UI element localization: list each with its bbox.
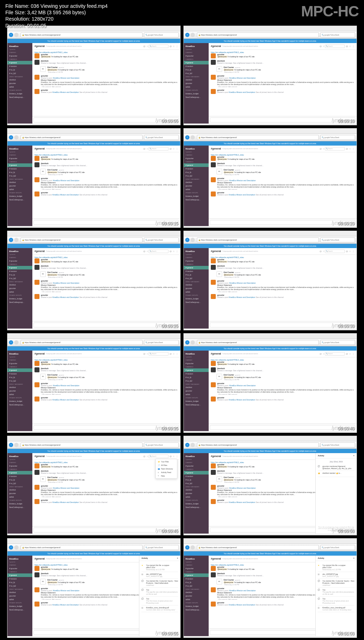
back-button[interactable]: ‹ xyxy=(9,238,13,242)
activity-item-text[interactable]: KinetEco_story_branding.pdfCurrent slide… xyxy=(146,607,178,611)
sidebar-channel-item[interactable]: # random xyxy=(184,64,209,68)
sidebar-dm-item[interactable]: adiluk xyxy=(184,188,209,191)
back-button[interactable]: ‹ xyxy=(9,135,13,140)
sidebar-channel-item[interactable]: # random xyxy=(184,167,209,171)
mentions-icon[interactable]: @ xyxy=(143,455,145,457)
post-link[interactable]: KinetEco Mission and Description xyxy=(229,487,256,489)
forward-button[interactable] xyxy=(191,135,195,140)
sidebar-private-item[interactable]: kineteco_budget xyxy=(7,502,32,505)
sidebar-private-item[interactable]: NewCraftergroup... xyxy=(7,300,32,304)
sidebar-channel-item[interactable]: # general xyxy=(184,266,209,269)
channel-title[interactable]: #general xyxy=(34,455,45,458)
sidebar-dm-item[interactable]: adiluk xyxy=(7,188,32,191)
sidebar-channel-item[interactable]: # general xyxy=(7,573,32,577)
search-input[interactable]: 🔍 Search xyxy=(325,147,345,151)
search-input[interactable]: 🔍 Search xyxy=(149,147,168,151)
team-name[interactable]: KinetEco xyxy=(7,147,32,151)
more-icon[interactable]: ⋮ xyxy=(176,353,178,355)
url-bar[interactable]: 🔒 https://kineteco.slack.com/messages/ge… xyxy=(21,135,143,140)
announcement-bar[interactable]: You should consider trying out the brand… xyxy=(184,244,357,248)
close-icon[interactable]: × xyxy=(353,557,354,559)
search-input[interactable]: 🔍 Search xyxy=(149,44,168,48)
forward-button[interactable] xyxy=(191,238,195,242)
star-outline-icon[interactable]: ☆ xyxy=(349,353,351,355)
sidebar-private-item[interactable]: NewCraftergroup... xyxy=(184,95,209,99)
post-link[interactable]: KinetEco Mission and Description xyxy=(229,282,256,284)
team-name[interactable]: KinetEco xyxy=(7,455,32,458)
dropdown-item[interactable]: ≡Activity Feed xyxy=(156,471,177,474)
post-link[interactable]: KinetEco Mission and Description xyxy=(53,179,79,182)
mentions-icon[interactable]: @ xyxy=(143,353,145,355)
activity-item-text[interactable]: dsc_100529727.jpgform_3c6022737.jpg xyxy=(322,573,354,577)
sidebar-starred-item[interactable]: # gcourter xyxy=(7,464,32,468)
sidebar-channel-item[interactable]: # sc_fp2 xyxy=(184,72,209,75)
sidebar-channel-item[interactable]: # random xyxy=(7,372,32,376)
sidebar-dm-item[interactable]: gcourter xyxy=(184,82,209,85)
at-icon[interactable]: @ xyxy=(346,45,348,47)
file-comment-meta[interactable]: 1 file comment • Add comment xyxy=(42,496,61,498)
announcement-bar[interactable]: You should consider trying out the brand… xyxy=(7,449,180,453)
url-bar[interactable]: 🔒 https://kineteco.slack.com/messages/ge… xyxy=(21,442,143,447)
sidebar-dm-item[interactable]: gcourter xyxy=(184,492,209,495)
url-bar[interactable]: 🔒 https://kineteco.slack.com/messages/ge… xyxy=(21,32,143,37)
back-button[interactable]: ‹ xyxy=(185,135,189,140)
sidebar-dm-item[interactable]: gcourter xyxy=(7,287,32,290)
team-name[interactable]: KinetEco xyxy=(184,455,209,458)
browser-search[interactable]: 🔍 google/YahooSeek xyxy=(320,135,355,140)
channel-title[interactable]: #general xyxy=(211,557,221,560)
sidebar-channel-item[interactable]: # general xyxy=(7,266,32,269)
sidebar-starred-item[interactable]: # gcourter xyxy=(7,362,32,365)
sidebar-channel-item[interactable]: # sc_fp2 xyxy=(184,584,209,588)
file-comment-meta[interactable]: 1 file comment • Add comment xyxy=(42,188,61,190)
mentions-icon[interactable]: @ xyxy=(320,45,322,47)
team-name[interactable]: KinetEco xyxy=(184,44,209,48)
file-comment-meta[interactable]: 1 file comment • Add comment xyxy=(42,86,61,88)
browser-search[interactable]: 🔍 google/YahooSeek xyxy=(144,32,179,37)
sidebar-private-item[interactable]: NewCraftergroup... xyxy=(184,403,209,406)
sidebar-channel-item[interactable]: # random xyxy=(7,167,32,171)
at-icon[interactable]: @ xyxy=(170,353,172,355)
sidebar-channel-item[interactable]: # general xyxy=(184,573,209,577)
sidebar-channel-item[interactable]: # random xyxy=(184,474,209,478)
star-outline-icon[interactable]: ☆ xyxy=(173,250,175,252)
sidebar-channel-item[interactable]: # general xyxy=(7,471,32,474)
sidebar-private-item[interactable]: NewCraftergroup... xyxy=(7,403,32,406)
post-link[interactable]: KinetEco Mission and Description xyxy=(53,384,79,387)
mentions-icon[interactable]: @ xyxy=(143,148,145,150)
sidebar-dm-item[interactable]: adiluk xyxy=(7,598,32,601)
sidebar-starred-item[interactable]: # gcourter xyxy=(184,54,209,58)
team-name[interactable]: KinetEco xyxy=(7,557,32,561)
post-link[interactable]: KinetEco Mission and Description xyxy=(53,589,79,592)
sidebar-channel-item[interactable]: # sc_fp xyxy=(184,478,209,482)
sidebar-channel-item[interactable]: # random xyxy=(7,577,32,581)
more-icon[interactable]: ⋮ xyxy=(352,45,354,47)
sidebar-channel-item[interactable]: # sc_fp xyxy=(7,273,32,277)
forward-button[interactable] xyxy=(14,33,18,37)
file-comment-meta[interactable]: 1 file comment • Add comment xyxy=(218,291,237,293)
sidebar-channel-item[interactable]: # sc_fp xyxy=(184,273,209,277)
sidebar-channel-item[interactable]: # general xyxy=(184,471,209,474)
back-button[interactable]: ‹ xyxy=(9,545,13,550)
sidebar-starred-item[interactable]: # gcourter xyxy=(7,567,32,570)
sidebar-channel-item[interactable]: # random xyxy=(184,372,209,376)
sidebar-channel-item[interactable]: # sc_fp2 xyxy=(7,72,32,75)
activity-item-text[interactable]: YouThis jpg file was wild blind presenta… xyxy=(322,589,354,595)
sidebar-private-item[interactable]: kineteco_budget xyxy=(7,194,32,198)
team-name[interactable]: KinetEco xyxy=(7,352,32,356)
sidebar-dm-item[interactable]: gcourter xyxy=(184,287,209,290)
sidebar-channel-item[interactable]: # sc_fp2 xyxy=(184,379,209,383)
back-button[interactable]: ‹ xyxy=(9,340,13,345)
sidebar-private-item[interactable]: NewCraftergroup... xyxy=(184,608,209,612)
sidebar-dm-item[interactable]: slackbot xyxy=(184,180,209,184)
sidebar-private-item[interactable]: kineteco_budget xyxy=(184,92,209,95)
activity-item-text[interactable]: You starred this file: a-copper-pillar.5… xyxy=(146,564,178,571)
sidebar-channel-item[interactable]: # general xyxy=(184,61,209,64)
forward-button[interactable] xyxy=(191,33,195,37)
browser-search[interactable]: 🔍 google/YahooSeek xyxy=(320,237,355,242)
sidebar-starred-item[interactable]: # gcourter xyxy=(184,464,209,468)
sidebar-dm-item[interactable]: gcourter xyxy=(7,389,32,393)
channel-title[interactable]: #general xyxy=(34,147,45,150)
announcement-bar[interactable]: You should consider trying out the brand… xyxy=(7,346,180,351)
sidebar-channel-item[interactable]: # sc_fp xyxy=(184,581,209,584)
announcement-bar[interactable]: You should consider trying out the brand… xyxy=(7,244,180,248)
